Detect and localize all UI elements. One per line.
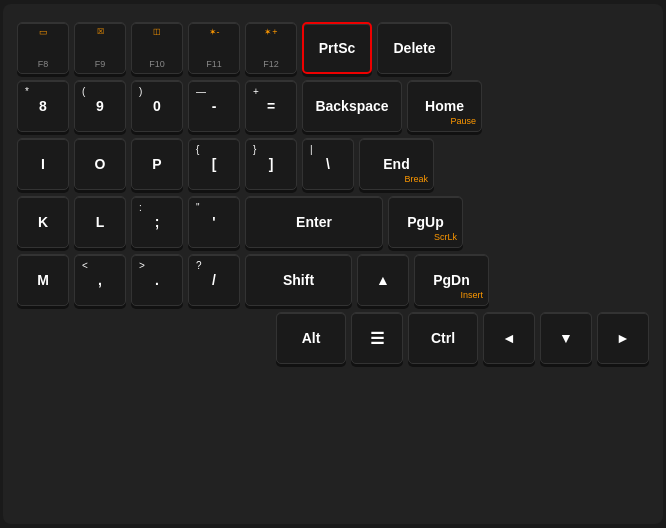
key-menu[interactable]: ☰ (351, 312, 403, 364)
f11-icon: ✶- (209, 27, 220, 37)
key-backslash-secondary: | (310, 144, 313, 155)
rshift-label: Shift (283, 272, 314, 288)
backspace-label: Backspace (315, 98, 388, 114)
f9-icon: ☒ (97, 27, 104, 36)
key-i[interactable]: I (17, 138, 69, 190)
key-rshift[interactable]: Shift (245, 254, 352, 306)
f9-label: F9 (95, 59, 106, 69)
key-comma[interactable]: < , (74, 254, 126, 306)
key-leftarrow[interactable]: ◄ (483, 312, 535, 364)
f12-label: F12 (263, 59, 279, 69)
key-pgdn[interactable]: PgDn Insert (414, 254, 489, 306)
f11-label: F11 (206, 59, 222, 69)
menu-label: ☰ (370, 329, 384, 348)
key-downarrow[interactable]: ▼ (540, 312, 592, 364)
m-row: M < , > . ? / Shift ▲ PgDn Insert (17, 254, 649, 306)
key-backslash-primary: \ (326, 156, 330, 172)
key-backspace[interactable]: Backspace (302, 80, 402, 132)
key-m[interactable]: M (17, 254, 69, 306)
key-rightarrow[interactable]: ► (597, 312, 649, 364)
key-equals-primary: = (267, 98, 275, 114)
uparrow-label: ▲ (376, 272, 390, 288)
key-delete[interactable]: Delete (377, 22, 452, 74)
iop-row: I O P { [ } ] | \ End Break (17, 138, 649, 190)
key-p[interactable]: P (131, 138, 183, 190)
key-semicolon-secondary: : (139, 202, 142, 213)
alt-label: Alt (302, 330, 321, 346)
key-enter[interactable]: Enter (245, 196, 383, 248)
key-8-primary: 8 (39, 98, 47, 114)
key-prtsc[interactable]: PrtSc (302, 22, 372, 74)
key-minus-secondary: — (196, 86, 206, 97)
key-m-label: M (37, 272, 49, 288)
key-rbracket-primary: ] (269, 156, 274, 172)
key-semicolon-primary: ; (155, 214, 160, 230)
key-quote[interactable]: " ' (188, 196, 240, 248)
key-9-secondary: ( (82, 86, 85, 97)
key-period[interactable]: > . (131, 254, 183, 306)
f8-icon: ▭ (39, 27, 48, 37)
key-l[interactable]: L (74, 196, 126, 248)
f8-label: F8 (38, 59, 49, 69)
key-comma-primary: , (98, 272, 102, 288)
key-quote-secondary: " (196, 202, 200, 213)
key-8-secondary: * (25, 86, 29, 97)
key-0-secondary: ) (139, 86, 142, 97)
end-label: End (383, 156, 409, 172)
key-8[interactable]: * 8 (17, 80, 69, 132)
key-pgup[interactable]: PgUp ScrLk (388, 196, 463, 248)
key-o-label: O (95, 156, 106, 172)
key-equals-secondary: + (253, 86, 259, 97)
key-equals[interactable]: + = (245, 80, 297, 132)
pgdn-label: PgDn (433, 272, 470, 288)
key-lbracket[interactable]: { [ (188, 138, 240, 190)
key-uparrow[interactable]: ▲ (357, 254, 409, 306)
pause-label: Pause (450, 116, 476, 126)
leftarrow-label: ◄ (502, 330, 516, 346)
key-0[interactable]: ) 0 (131, 80, 183, 132)
key-k[interactable]: K (17, 196, 69, 248)
rightarrow-label: ► (616, 330, 630, 346)
key-backslash[interactable]: | \ (302, 138, 354, 190)
f10-icon: ◫ (153, 27, 161, 36)
bottom-row: Alt ☰ Ctrl ◄ ▼ ► (17, 312, 649, 364)
key-rbracket-secondary: } (253, 144, 256, 155)
key-home[interactable]: Home Pause (407, 80, 482, 132)
key-end[interactable]: End Break (359, 138, 434, 190)
function-key-row: ▭ F8 ☒ F9 ◫ F10 ✶- F11 ✶+ F12 PrtSc Dele… (17, 22, 649, 74)
break-label: Break (404, 174, 428, 184)
key-f9[interactable]: ☒ F9 (74, 22, 126, 74)
key-0-primary: 0 (153, 98, 161, 114)
keyboard: ▭ F8 ☒ F9 ◫ F10 ✶- F11 ✶+ F12 PrtSc Dele… (3, 4, 663, 524)
scrlk-label: ScrLk (434, 232, 457, 242)
key-semicolon[interactable]: : ; (131, 196, 183, 248)
f10-label: F10 (149, 59, 165, 69)
key-rbracket[interactable]: } ] (245, 138, 297, 190)
key-f8[interactable]: ▭ F8 (17, 22, 69, 74)
insert-label: Insert (460, 290, 483, 300)
key-lbracket-primary: [ (212, 156, 217, 172)
key-lbracket-secondary: { (196, 144, 199, 155)
key-minus[interactable]: — - (188, 80, 240, 132)
key-alt[interactable]: Alt (276, 312, 346, 364)
key-f10[interactable]: ◫ F10 (131, 22, 183, 74)
key-slash[interactable]: ? / (188, 254, 240, 306)
number-row: * 8 ( 9 ) 0 — - + = Backspace Home Pause (17, 80, 649, 132)
key-9[interactable]: ( 9 (74, 80, 126, 132)
key-slash-primary: / (212, 272, 216, 288)
key-o[interactable]: O (74, 138, 126, 190)
key-f12[interactable]: ✶+ F12 (245, 22, 297, 74)
pgup-label: PgUp (407, 214, 444, 230)
key-p-label: P (152, 156, 161, 172)
kl-row: K L : ; " ' Enter PgUp ScrLk (17, 196, 649, 248)
key-quote-primary: ' (212, 214, 215, 230)
key-ctrl[interactable]: Ctrl (408, 312, 478, 364)
key-minus-primary: - (212, 98, 217, 114)
prtsc-label: PrtSc (319, 40, 356, 56)
key-9-primary: 9 (96, 98, 104, 114)
key-i-label: I (41, 156, 45, 172)
key-f11[interactable]: ✶- F11 (188, 22, 240, 74)
delete-label: Delete (393, 40, 435, 56)
downarrow-label: ▼ (559, 330, 573, 346)
home-label: Home (425, 98, 464, 114)
